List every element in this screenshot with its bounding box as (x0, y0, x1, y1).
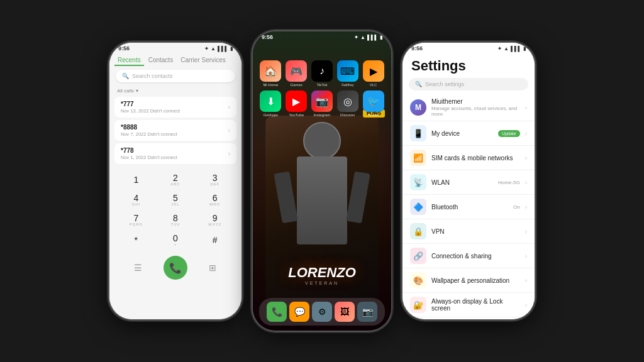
settings-label-always-on: Always-on display & Lock screen (431, 298, 520, 312)
time-right: 9:56 (411, 45, 423, 52)
chevron-right-icon: › (228, 104, 230, 111)
dial-key-1[interactable]: 1 (117, 170, 155, 189)
dock-camera[interactable]: 📷 (357, 302, 377, 322)
dial-sub-4: GHI (131, 202, 140, 206)
settings-label-bluetooth: Bluetooth (431, 204, 508, 211)
settings-text-connection-sharing: Connection & sharing (431, 253, 520, 260)
app-discover[interactable]: ◎ Discover (336, 90, 360, 117)
call-item-0[interactable]: *777 Nov 13, 2022 Didn't connect › (114, 97, 236, 118)
settings-item-my-device[interactable]: 📱 My device Update › (402, 121, 535, 146)
search-contacts-bar[interactable]: 🔍 Search contacts (116, 70, 235, 82)
settings-item-miuithemer[interactable]: M Miuithemer Manage accounts, cloud serv… (402, 94, 535, 121)
app-microsoft[interactable]: ⌨ SwiftKey (336, 60, 360, 87)
settings-item-wallpaper[interactable]: 🎨 Wallpaper & personalization › (402, 268, 535, 293)
phone-center: 9:56 ✦ ▲ ▌▌▌ ▮ 🏠 Mi Home 🎮 G (253, 31, 391, 331)
youtube-label: YouTube (289, 113, 304, 117)
grid-button[interactable]: ⊞ (201, 256, 225, 280)
phone-screen-left: 9:56 ✦ ▲ ▌▌▌ ▮ Recents Contacts Carrier … (109, 43, 242, 319)
dock-settings[interactable]: ⚙ (312, 302, 332, 322)
time-center: 9:56 (262, 34, 273, 40)
settings-item-connection-sharing[interactable]: 🔗 Connection & sharing › (402, 244, 535, 268)
twitter-icon: 🐦 (363, 90, 384, 112)
app-tiktok[interactable]: ♪ TikTok (310, 60, 334, 87)
dial-key-3[interactable]: 3 DEF (196, 170, 234, 189)
app-vlc[interactable]: ▶ VLC (362, 60, 386, 87)
settings-item-vpn[interactable]: 🔒 VPN › (402, 219, 535, 244)
sim-icon: 📶 (410, 150, 426, 166)
dial-sub-8: TUV (170, 222, 180, 226)
phone-tabs: Recents Contacts Carrier Services (109, 53, 242, 70)
settings-text-vpn: VPN (431, 228, 520, 235)
chevron-icon: › (525, 104, 527, 111)
dial-sub-6: MNO (209, 202, 220, 206)
dial-key-2[interactable]: 2 ABC (157, 170, 195, 189)
battery-icon: ▮ (523, 46, 526, 52)
tab-carrier-services[interactable]: Carrier Services (177, 55, 229, 66)
settings-search-bar[interactable]: 🔍 Search settings (409, 78, 528, 90)
status-icons-center: ✦ ▲ ▌▌▌ ▮ (354, 35, 382, 40)
dock-bar: 📞 💬 ⚙ 🖼 📷 (259, 298, 385, 326)
wlan-icon: 📡 (410, 174, 426, 190)
all-calls-bar: All calls ▾ (109, 86, 242, 96)
chevron-icon: › (525, 179, 527, 186)
mi-home-icon: 🏠 (260, 60, 281, 82)
call-item-2[interactable]: *778 Nov 1, 2022 Didn't connect › (114, 143, 236, 164)
vlc-label: VLC (370, 83, 377, 87)
youtube-icon: ▶ (286, 90, 307, 112)
vlc-icon: ▶ (363, 60, 384, 82)
settings-item-bluetooth[interactable]: 🔷 Bluetooth On › (402, 195, 535, 219)
chevron-icon: › (525, 155, 527, 162)
dock-phone[interactable]: 📞 (267, 302, 287, 322)
settings-item-always-on[interactable]: 🔐 Always-on display & Lock screen › (402, 293, 535, 317)
dial-key-5[interactable]: 5 JKL (157, 190, 195, 209)
dial-key-7[interactable]: 7 PQRS (117, 211, 155, 229)
app-mi-home[interactable]: 🏠 Mi Home (258, 60, 282, 87)
dial-num-4: 4 (133, 194, 138, 202)
wifi-icon: ▲ (504, 46, 509, 52)
app-getapps[interactable]: ⬇ GetApps (258, 90, 282, 117)
app-row-1: ⬇ GetApps ▶ YouTube 📷 Instagram ◎ Discov… (258, 90, 386, 117)
microsoft-label: SwiftKey (341, 83, 353, 87)
app-games[interactable]: 🎮 Games (284, 60, 308, 87)
dial-key-star[interactable]: * (117, 231, 155, 250)
dial-key-6[interactable]: 6 MNO (196, 190, 234, 209)
dial-sub-5: JKL (171, 202, 179, 206)
chevron-icon: › (525, 277, 527, 284)
call-item-1[interactable]: *8888 Nov 7, 2022 Didn't connect › (114, 120, 236, 141)
wlan-value: Home-5G (498, 180, 520, 185)
app-instagram[interactable]: 📷 Instagram (310, 90, 334, 117)
settings-label-miuithemer: Miuithemer (431, 98, 520, 105)
settings-label-vpn: VPN (431, 228, 520, 235)
settings-item-wlan[interactable]: 📡 WLAN Home-5G › (402, 170, 535, 195)
dial-key-4[interactable]: 4 GHI (117, 190, 155, 209)
call-number-2: *778 (121, 147, 177, 154)
dial-sub-9: WXYZ (208, 222, 221, 226)
dial-num-3: 3 (213, 173, 218, 182)
all-calls-label: All calls (117, 88, 134, 94)
hero-arm-right (346, 171, 370, 223)
status-bar-center: 9:56 ✦ ▲ ▌▌▌ ▮ (253, 31, 391, 41)
tab-recents[interactable]: Recents (114, 55, 144, 66)
instagram-icon: 📷 (311, 90, 333, 112)
chevron-icon: › (525, 228, 527, 235)
dial-key-8[interactable]: 8 TUV (157, 211, 195, 229)
dial-key-hash[interactable]: # (196, 231, 234, 250)
settings-label-my-device: My device (431, 130, 493, 137)
dock-messages[interactable]: 💬 (289, 302, 309, 322)
getapps-icon: ⬇ (260, 90, 281, 112)
dial-key-0[interactable]: 0 + (157, 231, 195, 250)
status-bar-left: 9:56 ✦ ▲ ▌▌▌ ▮ (109, 43, 242, 53)
settings-item-sim[interactable]: 📶 SIM cards & mobile networks › (402, 146, 535, 170)
instagram-label: Instagram (314, 113, 331, 117)
call-button[interactable]: 📞 (164, 256, 187, 280)
dial-num-2: 2 (173, 173, 178, 182)
getapps-label: GetApps (264, 113, 278, 117)
chevron-right-icon: › (228, 127, 230, 134)
dock-gallery[interactable]: 🖼 (335, 302, 355, 322)
signal-icon: ▌▌▌ (511, 46, 521, 52)
app-twitter[interactable]: 🐦 Twitter (362, 90, 386, 117)
dial-key-9[interactable]: 9 WXYZ (196, 211, 234, 229)
app-youtube[interactable]: ▶ YouTube (284, 90, 308, 117)
tab-contacts[interactable]: Contacts (145, 55, 176, 66)
menu-button[interactable]: ☰ (126, 256, 150, 280)
